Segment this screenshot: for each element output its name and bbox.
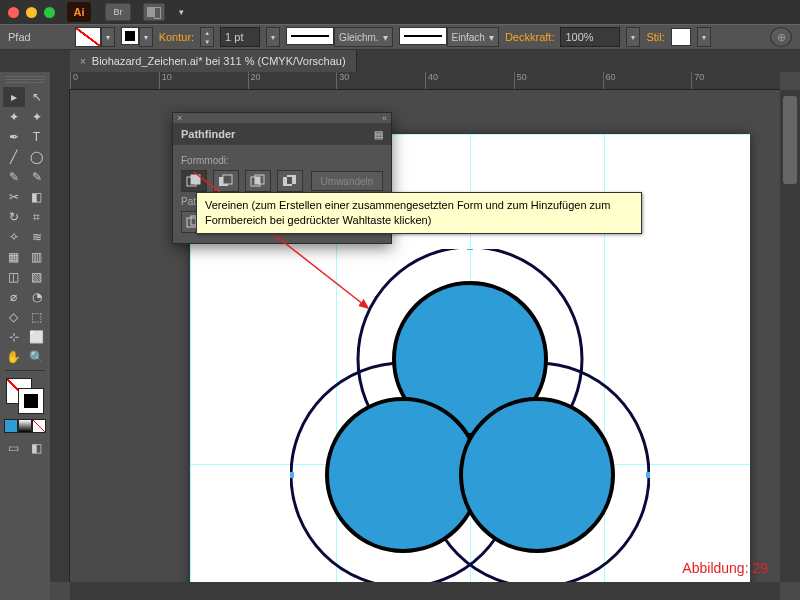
document-tab-label: Biohazard_Zeichen.ai* bei 311 % (CMYK/Vo…	[92, 55, 346, 67]
ruler-tick: 0	[70, 72, 159, 89]
tools-divider	[5, 370, 45, 371]
unite-button[interactable]	[181, 170, 207, 192]
close-window-button[interactable]	[8, 7, 19, 18]
document-view: 010203040506070	[50, 72, 800, 600]
panel-collapse-icon[interactable]: «	[382, 113, 387, 123]
opacity-dropdown-icon[interactable]: ▾	[626, 27, 640, 47]
close-tab-icon[interactable]: ×	[80, 56, 86, 67]
draw-mode-button[interactable]: ◧	[26, 438, 48, 458]
gradient-mode-button[interactable]	[18, 419, 32, 433]
vertical-ruler[interactable]	[50, 90, 70, 582]
panel-menu-icon[interactable]: ▤	[374, 129, 383, 140]
ruler-origin[interactable]	[50, 72, 70, 90]
tool-row: ╱◯	[3, 147, 48, 167]
stroke-dropdown-icon[interactable]: ▾	[139, 27, 153, 47]
panel-drag-bar[interactable]: × «	[173, 113, 391, 123]
brush-dropdown[interactable]: Einfach▾	[447, 27, 499, 47]
graphic-style-swatch[interactable]	[671, 28, 691, 46]
tool-button[interactable]: ✦	[3, 107, 25, 127]
tool-button[interactable]: ▦	[3, 247, 25, 267]
expand-button[interactable]: Umwandeln	[311, 171, 383, 191]
svg-rect-6	[467, 249, 473, 250]
tool-button[interactable]: ≋	[26, 227, 48, 247]
style-label: Stil:	[646, 31, 664, 43]
tool-button[interactable]: ↻	[3, 207, 25, 227]
ruler-tick: 60	[603, 72, 692, 89]
fill-dropdown-icon[interactable]: ▾	[101, 27, 115, 47]
tool-button[interactable]: ⬚	[26, 307, 48, 327]
zoom-window-button[interactable]	[44, 7, 55, 18]
document-tab[interactable]: × Biohazard_Zeichen.ai* bei 311 % (CMYK/…	[70, 50, 357, 72]
tool-row: ◇⬚	[3, 307, 48, 327]
stroke-swatch[interactable]	[18, 388, 44, 414]
tool-button[interactable]: ⌗	[26, 207, 48, 227]
stroke-weight-field[interactable]: 1 pt	[220, 27, 260, 47]
exclude-button[interactable]	[277, 170, 303, 192]
tool-button[interactable]: ⊹	[3, 327, 25, 347]
screen-mode-button[interactable]: ▭	[3, 438, 25, 458]
stroke-color-swatch[interactable]	[121, 27, 139, 45]
ruler-tick: 50	[514, 72, 603, 89]
profile-dropdown[interactable]: Gleichm.▾	[334, 27, 392, 47]
tool-button[interactable]: ✧	[3, 227, 25, 247]
panel-close-icon[interactable]: ×	[177, 113, 182, 123]
svg-rect-18	[287, 177, 292, 184]
fill-color-swatch[interactable]	[75, 27, 101, 47]
brush-definition[interactable]	[399, 27, 447, 45]
tool-button[interactable]: ▧	[26, 267, 48, 287]
tool-row: ▸↖	[3, 87, 48, 107]
tool-button[interactable]: ✒	[3, 127, 25, 147]
tool-button[interactable]: ◔	[26, 287, 48, 307]
tool-row: ▦▥	[3, 247, 48, 267]
svg-rect-7	[290, 472, 294, 478]
stroke-weight-dropdown-icon[interactable]: ▾	[266, 27, 280, 47]
ruler-tick: 40	[425, 72, 514, 89]
svg-rect-8	[646, 472, 650, 478]
svg-point-5	[461, 399, 613, 551]
vertical-scrollbar[interactable]	[780, 90, 800, 582]
app-logo: Ai	[67, 2, 91, 22]
arrange-documents-button[interactable]	[143, 3, 165, 21]
tool-row: ✧≋	[3, 227, 48, 247]
tool-button[interactable]: ╱	[3, 147, 25, 167]
tool-button[interactable]: ↖	[26, 87, 48, 107]
minimize-window-button[interactable]	[26, 7, 37, 18]
tool-button[interactable]: ⌀	[3, 287, 25, 307]
tool-row: ✋🔍	[3, 347, 48, 367]
tool-button[interactable]: ▥	[26, 247, 48, 267]
color-mode-button[interactable]	[4, 419, 18, 433]
stroke-weight-stepper[interactable]: ▲▼	[200, 27, 214, 47]
tool-button[interactable]: ◇	[3, 307, 25, 327]
horizontal-scrollbar[interactable]	[70, 582, 780, 600]
tool-button[interactable]: ✦	[26, 107, 48, 127]
tool-button[interactable]: ◧	[26, 187, 48, 207]
opacity-field[interactable]: 100%	[560, 27, 620, 47]
opacity-label: Deckkraft:	[505, 31, 555, 43]
bridge-button[interactable]: Br	[105, 3, 131, 21]
intersect-button[interactable]	[245, 170, 271, 192]
tool-button[interactable]: ◯	[26, 147, 48, 167]
horizontal-ruler[interactable]: 010203040506070	[70, 72, 780, 90]
none-mode-button[interactable]	[32, 419, 46, 433]
minus-front-button[interactable]	[213, 170, 239, 192]
fill-stroke-control[interactable]	[4, 376, 46, 416]
tool-row: ⊹⬜	[3, 327, 48, 347]
stroke-label: Kontur:	[159, 31, 194, 43]
tool-button[interactable]: ⬜	[26, 327, 48, 347]
tools-panel: ▸↖✦✦✒T╱◯✎✎✂◧↻⌗✧≋▦▥◫▧⌀◔◇⬚⊹⬜✋🔍 ▭ ◧	[0, 72, 50, 600]
panel-grip[interactable]	[5, 76, 45, 84]
tool-button[interactable]: ✎	[3, 167, 25, 187]
tool-button[interactable]: T	[26, 127, 48, 147]
tool-button[interactable]: ✂	[3, 187, 25, 207]
tool-button[interactable]: ▸	[3, 87, 25, 107]
artwork[interactable]	[290, 249, 650, 582]
tool-button[interactable]: ✎	[26, 167, 48, 187]
tool-button[interactable]: 🔍	[26, 347, 48, 367]
tool-button[interactable]: ✋	[3, 347, 25, 367]
layout-dropdown-icon[interactable]: ▾	[179, 7, 184, 17]
document-setup-button[interactable]: ⊕	[770, 27, 792, 47]
style-dropdown-icon[interactable]: ▾	[697, 27, 711, 47]
tool-button[interactable]: ◫	[3, 267, 25, 287]
variable-width-profile[interactable]	[286, 27, 334, 45]
panel-header[interactable]: Pathfinder ▤	[173, 123, 391, 145]
